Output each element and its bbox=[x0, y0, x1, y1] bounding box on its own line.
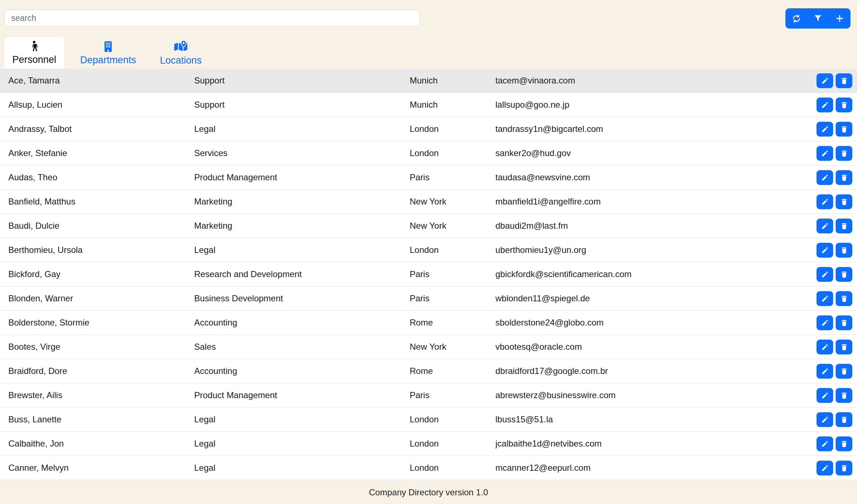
personnel-table: Ace, Tamarra Support Munich tacem@vinaor… bbox=[0, 69, 857, 480]
delete-button[interactable] bbox=[836, 340, 852, 354]
edit-button[interactable] bbox=[817, 461, 833, 475]
trash-icon bbox=[840, 198, 848, 206]
add-button[interactable] bbox=[829, 8, 850, 29]
trash-icon bbox=[840, 222, 848, 230]
table-row[interactable]: Bolderstone, Stormie Accounting Rome sbo… bbox=[0, 311, 857, 335]
cell-name: Bootes, Virge bbox=[8, 342, 194, 352]
delete-button[interactable] bbox=[836, 122, 852, 137]
table-row[interactable]: Buss, Lanette Legal London lbuss15@51.la bbox=[0, 408, 857, 432]
edit-button[interactable] bbox=[817, 291, 833, 306]
edit-button[interactable] bbox=[817, 436, 833, 451]
edit-button[interactable] bbox=[817, 146, 833, 161]
edit-button[interactable] bbox=[817, 243, 833, 258]
edit-button[interactable] bbox=[817, 364, 833, 379]
pencil-icon bbox=[821, 173, 829, 182]
delete-button[interactable] bbox=[836, 243, 852, 258]
table-row[interactable]: Calbaithe, Jon Legal London jcalbaithe1d… bbox=[0, 432, 857, 456]
delete-button[interactable] bbox=[836, 291, 852, 306]
table-row[interactable]: Bickford, Gay Research and Development P… bbox=[0, 262, 857, 287]
edit-button[interactable] bbox=[817, 267, 833, 282]
cell-location: Rome bbox=[410, 366, 495, 376]
edit-button[interactable] bbox=[817, 412, 833, 427]
cell-email: tandrassy1n@bigcartel.com bbox=[495, 124, 817, 134]
cell-location: London bbox=[410, 463, 495, 473]
filter-button[interactable] bbox=[807, 8, 829, 29]
pencil-icon bbox=[821, 440, 829, 448]
delete-button[interactable] bbox=[836, 194, 852, 209]
cell-email: sbolderstone24@globo.com bbox=[495, 318, 817, 328]
tab-label: Departments bbox=[80, 55, 136, 66]
table-row[interactable]: Baudi, Dulcie Marketing New York dbaudi2… bbox=[0, 214, 857, 238]
tab-personnel[interactable]: Personnel bbox=[4, 37, 64, 69]
tab-locations[interactable]: Locations bbox=[152, 37, 210, 69]
trash-icon bbox=[840, 415, 848, 424]
delete-button[interactable] bbox=[836, 436, 852, 451]
delete-button[interactable] bbox=[836, 412, 852, 427]
cell-name: Buss, Lanette bbox=[8, 414, 194, 425]
table-row[interactable]: Audas, Theo Product Management Paris tau… bbox=[0, 165, 857, 190]
table-row[interactable]: Berthomieu, Ursola Legal London uberthom… bbox=[0, 238, 857, 262]
row-actions bbox=[817, 412, 857, 427]
edit-button[interactable] bbox=[817, 170, 833, 185]
table-row[interactable]: Allsup, Lucien Support Munich lallsupo@g… bbox=[0, 93, 857, 117]
pencil-icon bbox=[821, 294, 829, 303]
tab-departments[interactable]: Departments bbox=[72, 37, 144, 69]
delete-button[interactable] bbox=[836, 388, 852, 403]
cell-name: Allsup, Lucien bbox=[8, 100, 194, 110]
delete-button[interactable] bbox=[836, 219, 852, 233]
row-actions bbox=[817, 146, 857, 161]
edit-button[interactable] bbox=[817, 98, 833, 112]
pencil-icon bbox=[821, 464, 829, 472]
table-row[interactable]: Ace, Tamarra Support Munich tacem@vinaor… bbox=[0, 69, 857, 93]
pencil-icon bbox=[821, 270, 829, 279]
edit-button[interactable] bbox=[817, 122, 833, 137]
search-input[interactable] bbox=[4, 10, 420, 26]
company-directory-app: Personnel Departments bbox=[0, 0, 857, 497]
edit-button[interactable] bbox=[817, 219, 833, 233]
refresh-icon bbox=[792, 14, 801, 23]
cell-name: Bickford, Gay bbox=[8, 269, 194, 279]
map-location-icon bbox=[174, 40, 188, 53]
table-row[interactable]: Anker, Stefanie Services London sanker2o… bbox=[0, 141, 857, 165]
table-row[interactable]: Brewster, Ailis Product Management Paris… bbox=[0, 383, 857, 408]
cell-department: Business Development bbox=[194, 293, 410, 303]
table-row[interactable]: Banfield, Matthus Marketing New York mba… bbox=[0, 190, 857, 214]
cell-department: Services bbox=[194, 148, 410, 158]
delete-button[interactable] bbox=[836, 146, 852, 161]
refresh-button[interactable] bbox=[785, 8, 807, 29]
toolbar-button-group bbox=[785, 8, 850, 29]
pencil-icon bbox=[821, 246, 829, 254]
cell-location: Paris bbox=[410, 269, 495, 279]
cell-location: Paris bbox=[410, 390, 495, 400]
delete-button[interactable] bbox=[836, 267, 852, 282]
delete-button[interactable] bbox=[836, 461, 852, 475]
delete-button[interactable] bbox=[836, 315, 852, 330]
table-row[interactable]: Andrassy, Talbot Legal London tandrassy1… bbox=[0, 117, 857, 141]
cell-department: Accounting bbox=[194, 366, 410, 376]
cell-name: Canner, Melvyn bbox=[8, 463, 194, 473]
table-row[interactable]: Canner, Melvyn Legal London mcanner12@ee… bbox=[0, 456, 857, 480]
edit-button[interactable] bbox=[817, 73, 833, 88]
table-row[interactable]: Bootes, Virge Sales New York vbootesq@or… bbox=[0, 335, 857, 359]
edit-button[interactable] bbox=[817, 315, 833, 330]
cell-department: Legal bbox=[194, 245, 410, 255]
cell-email: abrewsterz@businesswire.com bbox=[495, 390, 817, 400]
pencil-icon bbox=[821, 343, 829, 351]
delete-button[interactable] bbox=[836, 73, 852, 88]
edit-button[interactable] bbox=[817, 388, 833, 403]
edit-button[interactable] bbox=[817, 340, 833, 354]
row-actions bbox=[817, 73, 857, 88]
trash-icon bbox=[840, 125, 848, 133]
edit-button[interactable] bbox=[817, 194, 833, 209]
cell-location: London bbox=[410, 414, 495, 425]
row-actions bbox=[817, 291, 857, 306]
table-row[interactable]: Blonden, Warner Business Development Par… bbox=[0, 287, 857, 311]
pencil-icon bbox=[821, 222, 829, 230]
delete-button[interactable] bbox=[836, 98, 852, 112]
delete-button[interactable] bbox=[836, 364, 852, 379]
cell-department: Legal bbox=[194, 124, 410, 134]
table-row[interactable]: Braidford, Dore Accounting Rome dbraidfo… bbox=[0, 359, 857, 383]
pencil-icon bbox=[821, 198, 829, 206]
delete-button[interactable] bbox=[836, 170, 852, 185]
trash-icon bbox=[840, 440, 848, 448]
